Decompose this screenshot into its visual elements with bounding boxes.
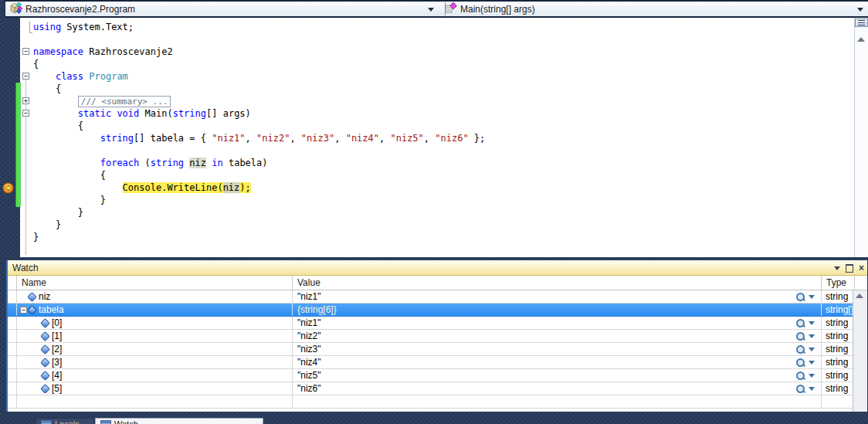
close-icon[interactable]: × <box>859 260 864 276</box>
watch-variable-name: [2] <box>52 344 62 354</box>
watch-title-label: Watch <box>12 263 39 273</box>
window-menu-icon[interactable] <box>834 266 840 270</box>
text-visualizer-button[interactable] <box>795 292 815 302</box>
watch-variable-value: "niz4" <box>297 357 321 368</box>
watch-row-gutter <box>8 356 17 368</box>
watch-value-cell[interactable]: "niz5" <box>293 369 822 382</box>
watch-value-cell[interactable]: "niz1" <box>293 290 822 303</box>
watch-variable-type: string[] <box>826 304 853 315</box>
split-handle-lines-icon <box>858 20 865 25</box>
watch-variable-name: [3] <box>52 357 62 368</box>
variable-gem-icon <box>27 305 37 315</box>
watch-row[interactable]: [4]"niz5"string <box>8 369 867 382</box>
watch-row[interactable]: −tabela{string[6]}string[] <box>8 304 867 317</box>
types-dropdown-label: Razhroscevanje2.Program <box>25 4 135 15</box>
watch-row[interactable]: [1]"niz2"string <box>8 330 867 343</box>
watch-value-cell[interactable]: "niz2" <box>293 330 822 342</box>
tool-window-tab-watch[interactable]: Watch <box>95 418 263 424</box>
collapse-expander-icon[interactable]: − <box>20 307 27 314</box>
class-icon <box>10 2 22 16</box>
watch-row[interactable]: [0]"niz1"string <box>8 317 867 330</box>
watch-empty-row[interactable] <box>8 395 867 409</box>
types-dropdown[interactable]: Razhroscevanje2.Program <box>5 2 440 16</box>
watch-row[interactable]: niz"niz1"string <box>8 290 867 304</box>
watch-row-gutter <box>8 395 17 408</box>
watch-row-gutter <box>8 369 17 382</box>
text-visualizer-button[interactable] <box>795 384 815 394</box>
magnifier-icon[interactable] <box>795 318 805 328</box>
watch-variable-value: "niz3" <box>297 344 321 354</box>
magnifier-icon[interactable] <box>795 344 805 354</box>
watch-header-row: NameValueType <box>8 276 867 290</box>
chevron-down-icon[interactable] <box>428 8 434 12</box>
magnifier-icon[interactable] <box>795 331 805 341</box>
tool-window-tab-locals[interactable]: Locals <box>36 418 94 424</box>
watch-title-bar[interactable]: Watch × <box>8 260 867 276</box>
watch-variable-name: niz <box>39 291 50 302</box>
outline-toggle-icon[interactable]: − <box>22 48 29 55</box>
visualizer-dropdown-icon[interactable] <box>809 348 815 351</box>
text-visualizer-button[interactable] <box>795 344 815 354</box>
watch-name-cell: [2] <box>17 343 293 355</box>
members-dropdown[interactable]: Main(string[] args) <box>440 2 868 16</box>
watch-vertical-scrollbar[interactable] <box>853 290 867 412</box>
outline-toggle-icon[interactable]: + <box>22 97 29 104</box>
watch-name-cell: [5] <box>17 382 293 395</box>
indent-spacer <box>20 323 33 324</box>
watch-row[interactable]: [5]"niz6"string <box>8 382 867 395</box>
watch-variable-value: "niz6" <box>297 383 321 394</box>
watch-value-cell[interactable]: "niz4" <box>293 356 822 368</box>
ide-window: Razhroscevanje2.Program Main(string[] ar… <box>0 0 868 424</box>
watch-row-gutter <box>8 304 17 316</box>
visualizer-dropdown-icon[interactable] <box>809 361 815 365</box>
watch-value-cell[interactable]: "niz6" <box>293 382 822 395</box>
watch-column-header[interactable]: Value <box>293 276 822 290</box>
indent-spacer <box>20 336 33 337</box>
editor-split-handle[interactable] <box>855 19 868 27</box>
watch-row[interactable]: [2]"niz3"string <box>8 343 867 356</box>
using-outline-bracket <box>29 22 32 33</box>
tab-label: Watch <box>114 419 138 424</box>
indent-spacer <box>20 362 33 363</box>
magnifier-icon[interactable] <box>795 358 805 368</box>
visualizer-dropdown-icon[interactable] <box>809 321 815 325</box>
indent-spacer <box>20 388 33 389</box>
watch-value-cell[interactable] <box>293 395 822 408</box>
members-dropdown-label: Main(string[] args) <box>460 4 535 15</box>
text-visualizer-button[interactable] <box>795 331 815 341</box>
maximize-icon[interactable] <box>846 264 853 273</box>
editor-scroll-up-icon[interactable] <box>857 37 865 42</box>
watch-row-gutter <box>8 330 17 342</box>
chevron-down-icon[interactable] <box>857 8 863 12</box>
watch-variable-name: tabela <box>39 304 64 315</box>
visualizer-dropdown-icon[interactable] <box>809 387 815 391</box>
current-statement-icon[interactable] <box>2 182 14 194</box>
variable-gem-icon <box>40 331 50 341</box>
watch-variable-value: {string[6]} <box>297 304 337 315</box>
watch-row[interactable]: [3]"niz4"string <box>8 356 867 369</box>
watch-value-cell[interactable]: {string[6]} <box>293 304 822 316</box>
visualizer-dropdown-icon[interactable] <box>809 295 815 299</box>
watch-variable-name: [4] <box>52 370 62 381</box>
magnifier-icon[interactable] <box>795 292 805 302</box>
text-visualizer-button[interactable] <box>795 358 815 368</box>
magnifier-icon[interactable] <box>795 371 805 381</box>
editor-vertical-scrollbar[interactable] <box>854 18 868 257</box>
watch-value-cell[interactable]: "niz3" <box>293 343 822 355</box>
magnifier-icon[interactable] <box>795 384 805 394</box>
watch-name-cell: [1] <box>17 330 293 342</box>
watch-column-header[interactable]: Name <box>17 276 293 290</box>
method-icon <box>445 2 457 16</box>
outline-toggle-icon[interactable]: − <box>22 73 29 80</box>
watch-variable-type: string <box>826 370 848 381</box>
text-visualizer-button[interactable] <box>795 371 815 381</box>
text-visualizer-button[interactable] <box>795 318 815 328</box>
watch-value-cell[interactable]: "niz1" <box>293 317 822 329</box>
visualizer-dropdown-icon[interactable] <box>809 374 815 378</box>
watch-variable-value: "niz5" <box>297 370 321 381</box>
watch-scroll-up-icon[interactable] <box>856 293 863 298</box>
visualizer-dropdown-icon[interactable] <box>809 334 815 338</box>
outline-toggle-icon[interactable]: − <box>22 110 29 117</box>
grid-table-icon <box>100 420 111 424</box>
watch-column-header[interactable]: Type <box>822 276 855 290</box>
